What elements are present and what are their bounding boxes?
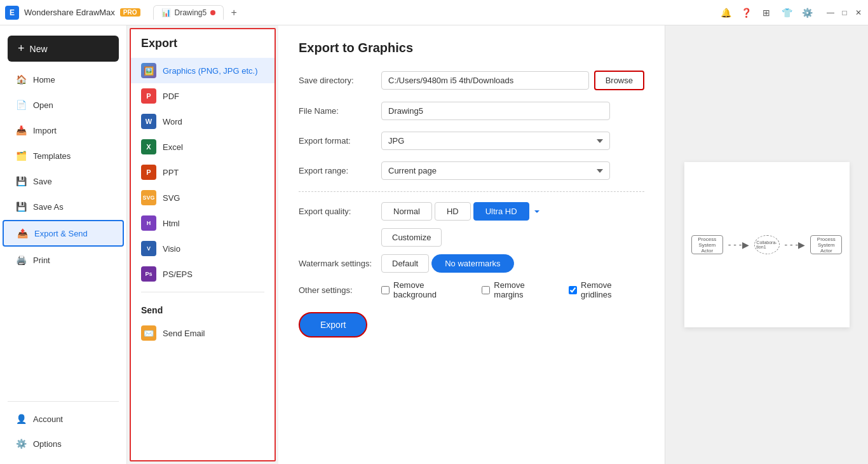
app-logo: E	[5, 6, 19, 20]
remove-margins-checkbox[interactable]: Remove margins	[482, 280, 556, 299]
minimize-button[interactable]: —	[826, 8, 835, 17]
export-quality-label: Export quality:	[299, 207, 381, 216]
tab-icon: 📊	[161, 8, 171, 17]
remove-background-input[interactable]	[381, 286, 390, 294]
send-divider	[141, 292, 264, 292]
settings-icon[interactable]: ⚙️	[801, 6, 813, 19]
export-word-label: Word	[163, 117, 182, 126]
sidebar: + New 🏠 Home 📄 Open 📥 Import 🗂️ Template…	[0, 25, 127, 464]
maximize-button[interactable]: □	[840, 8, 849, 17]
notification-icon[interactable]: 🔔	[719, 6, 732, 19]
quality-normal-button[interactable]: Normal	[381, 202, 432, 221]
save-directory-input[interactable]	[381, 71, 589, 90]
export-range-row: Export range: Current page All pages	[299, 161, 644, 180]
new-tab-button[interactable]: +	[226, 5, 241, 20]
sidebar-item-save[interactable]: 💾 Save	[3, 169, 124, 193]
tab-bar: 📊 Drawing5 +	[153, 5, 242, 20]
sidebar-home-label: Home	[33, 75, 55, 85]
export-html-label: Html	[163, 219, 180, 228]
new-button-label: New	[30, 44, 48, 54]
account-icon: 👤	[15, 413, 27, 425]
export-item-email[interactable]: ✉️ Send Email	[131, 320, 275, 346]
sidebar-item-export-send[interactable]: 📤 Export & Send	[3, 220, 124, 247]
export-item-pdf[interactable]: P PDF	[131, 83, 275, 109]
active-tab[interactable]: 📊 Drawing5	[153, 5, 224, 20]
close-button[interactable]: ✕	[854, 8, 863, 17]
export-item-graphics[interactable]: 🖼️ Graphics (PNG, JPG etc.)	[131, 58, 275, 83]
email-icon: ✉️	[141, 325, 156, 341]
watermark-default-button[interactable]: Default	[381, 254, 429, 273]
other-settings-label: Other settings:	[299, 285, 381, 295]
watermark-buttons: Default No watermarks	[381, 254, 514, 273]
sidebar-item-options[interactable]: ⚙️ Options	[3, 432, 124, 456]
customize-button[interactable]: Customize	[381, 228, 442, 247]
new-button[interactable]: + New	[8, 36, 119, 62]
browse-button[interactable]: Browse	[594, 71, 644, 90]
sidebar-save-label: Save	[33, 177, 52, 186]
settings-title: Export to Graphics	[299, 41, 644, 55]
export-range-select[interactable]: Current page All pages	[381, 161, 610, 180]
export-panel-title: Export	[131, 37, 275, 58]
export-settings: Export to Graphics Save directory: Brows…	[278, 25, 665, 464]
titlebar-right: 🔔 ❓ ⊞ 👕 ⚙️ — □ ✕	[719, 6, 863, 19]
main-layout: + New 🏠 Home 📄 Open 📥 Import 🗂️ Template…	[0, 25, 868, 464]
sidebar-item-open[interactable]: 📄 Open	[3, 93, 124, 117]
preview-inner: ProcessSystem Actor - - -▶ Collabora-tio…	[684, 162, 850, 327]
export-format-select[interactable]: JPG PNG BMP SVG	[381, 132, 610, 150]
send-section-title: Send	[131, 297, 275, 320]
pdf-icon: P	[141, 88, 156, 104]
sidebar-item-print[interactable]: 🖨️ Print	[3, 248, 124, 272]
sidebar-item-templates[interactable]: 🗂️ Templates	[3, 144, 124, 168]
grid-icon[interactable]: ⊞	[760, 6, 773, 19]
diagram-dashed-1: Collabora-tion1	[754, 235, 780, 254]
svg-icon: SVG	[141, 190, 156, 205]
quality-ultrahd-button[interactable]: Ultra HD	[473, 202, 529, 221]
preview-diagram: ProcessSystem Actor - - -▶ Collabora-tio…	[691, 235, 843, 254]
export-range-value: Current page All pages	[381, 161, 644, 180]
remove-margins-input[interactable]	[482, 286, 490, 294]
export-format-label: Export format:	[299, 136, 381, 146]
export-item-word[interactable]: W Word	[131, 109, 275, 134]
export-pdf-label: PDF	[163, 92, 179, 101]
export-format-value: JPG PNG BMP SVG	[381, 132, 644, 150]
print-icon: 🖨️	[15, 254, 27, 266]
export-email-label: Send Email	[163, 329, 205, 338]
html-icon: H	[141, 215, 156, 231]
export-item-svg[interactable]: SVG SVG	[131, 185, 275, 210]
remove-background-checkbox[interactable]: Remove background	[381, 280, 469, 299]
sidebar-account-label: Account	[33, 414, 63, 424]
sidebar-export-label: Export & Send	[34, 229, 88, 238]
customize-row: Customize	[381, 228, 644, 247]
titlebar-left: E Wondershare EdrawMax PRO 📊 Drawing5 +	[5, 5, 241, 20]
sidebar-item-import[interactable]: 📥 Import	[3, 118, 124, 142]
export-ppt-label: PPT	[163, 168, 179, 177]
file-name-value	[381, 102, 644, 120]
remove-gridlines-checkbox[interactable]: Remove gridlines	[569, 280, 644, 299]
save-icon: 💾	[15, 175, 27, 187]
word-icon: W	[141, 114, 156, 129]
export-button[interactable]: Export	[299, 312, 367, 338]
help-icon[interactable]: ❓	[740, 6, 752, 19]
remove-gridlines-input[interactable]	[569, 286, 577, 294]
export-item-html[interactable]: H Html	[131, 210, 275, 236]
file-name-input[interactable]	[381, 102, 610, 120]
remove-margins-label: Remove margins	[494, 280, 556, 299]
watermark-label: Watermark settings:	[299, 259, 381, 268]
excel-icon: X	[141, 139, 156, 154]
export-item-visio[interactable]: V Visio	[131, 236, 275, 261]
sidebar-item-account[interactable]: 👤 Account	[3, 407, 124, 431]
export-item-excel[interactable]: X Excel	[131, 134, 275, 160]
export-item-ppt[interactable]: P PPT	[131, 160, 275, 185]
quality-dropdown-icon[interactable]	[532, 207, 542, 217]
shirt-icon[interactable]: 👕	[780, 6, 793, 19]
dashed-divider	[299, 191, 644, 192]
sidebar-item-save-as[interactable]: 💾 Save As	[3, 194, 124, 219]
sidebar-item-home[interactable]: 🏠 Home	[3, 67, 124, 92]
watermark-none-button[interactable]: No watermarks	[431, 254, 513, 273]
preview-panel: ProcessSystem Actor - - -▶ Collabora-tio…	[665, 25, 868, 464]
export-format-row: Export format: JPG PNG BMP SVG	[299, 132, 644, 150]
watermark-row: Watermark settings: Default No watermark…	[299, 254, 644, 273]
quality-hd-button[interactable]: HD	[435, 202, 471, 221]
home-icon: 🏠	[15, 74, 27, 85]
export-item-pseps[interactable]: Ps PS/EPS	[131, 261, 275, 287]
